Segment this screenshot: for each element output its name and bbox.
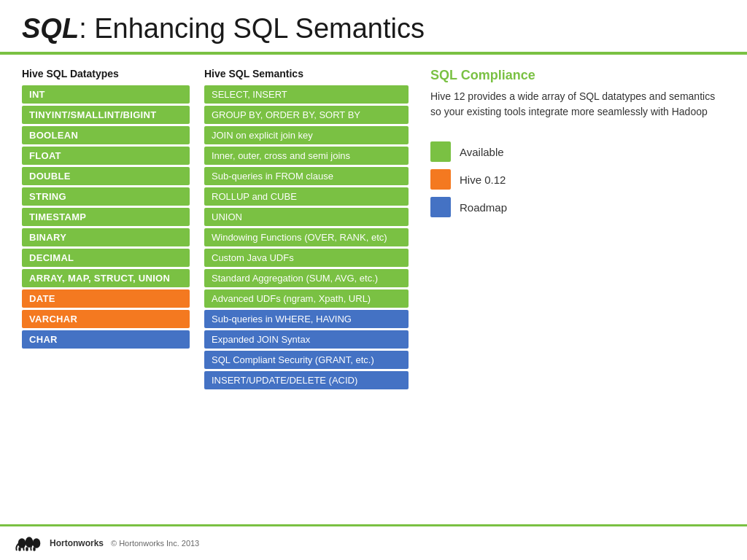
legend-color-box — [430, 141, 451, 162]
legend-item: Hive 0.12 — [430, 169, 725, 190]
datatype-item: DATE — [22, 289, 190, 308]
datatype-item: DOUBLE — [22, 167, 190, 185]
datatypes-title: Hive SQL Datatypes — [22, 68, 190, 79]
legend-color-box — [430, 169, 451, 190]
header: SQL: Enhancing SQL Semantics — [0, 0, 747, 55]
datatype-item: CHAR — [22, 330, 190, 349]
semantic-item: ROLLUP and CUBE — [204, 187, 409, 206]
datatypes-column: Hive SQL Datatypes INTTINYINT/SMALLINT/B… — [22, 68, 190, 517]
datatype-item: VARCHAR — [22, 310, 190, 328]
datatype-item: FLOAT — [22, 147, 190, 165]
semantics-title: Hive SQL Semantics — [204, 68, 409, 79]
legend-label: Roadmap — [460, 201, 507, 214]
datatype-item: TINYINT/SMALLINT/BIGINT — [22, 106, 190, 124]
datatypes-list: INTTINYINT/SMALLINT/BIGINTBOOLEANFLOATDO… — [22, 85, 190, 349]
datatype-item: BOOLEAN — [22, 126, 190, 144]
legend-color-box — [430, 197, 451, 217]
legend-label: Available — [460, 146, 504, 158]
legend-item: Roadmap — [430, 197, 725, 217]
datatype-item: INT — [22, 85, 190, 104]
footer-copyright: © Hortonworks Inc. 2013 — [111, 539, 199, 548]
svg-rect-4 — [26, 547, 28, 551]
datatype-item: ARRAY, MAP, STRUCT, UNION — [22, 269, 190, 287]
semantic-item: Windowing Functions (OVER, RANK, etc) — [204, 228, 409, 246]
compliance-description: Hive 12 provides a wide array of SQL dat… — [430, 89, 725, 120]
page-title: SQL: Enhancing SQL Semantics — [22, 13, 725, 44]
footer: Hortonworks © Hortonworks Inc. 2013 — [0, 524, 747, 560]
main-content: Hive SQL Datatypes INTTINYINT/SMALLINT/B… — [0, 55, 747, 524]
compliance-title: SQL Compliance — [430, 68, 725, 83]
svg-rect-3 — [18, 547, 20, 551]
semantic-item: Custom Java UDFs — [204, 249, 409, 267]
semantics-column: Hive SQL Semantics SELECT, INSERTGROUP B… — [204, 68, 409, 517]
semantic-item: Advanced UDFs (ngram, Xpath, URL) — [204, 289, 409, 308]
semantic-item: JOIN on explicit join key — [204, 126, 409, 144]
semantic-item: Standard Aggregation (SUM, AVG, etc.) — [204, 269, 409, 287]
semantic-item: Expanded JOIN Syntax — [204, 330, 409, 349]
datatype-item: BINARY — [22, 228, 190, 246]
datatype-item: TIMESTAMP — [22, 208, 190, 226]
hortonworks-logo-icon — [15, 532, 44, 554]
legend-item: Available — [430, 141, 725, 162]
semantic-item: SQL Compliant Security (GRANT, etc.) — [204, 351, 409, 369]
semantic-item: UNION — [204, 208, 409, 226]
footer-logo: Hortonworks — [15, 532, 104, 554]
compliance-column: SQL Compliance Hive 12 provides a wide a… — [423, 68, 725, 517]
semantics-list: SELECT, INSERTGROUP BY, ORDER BY, SORT B… — [204, 85, 409, 389]
svg-rect-5 — [33, 547, 35, 551]
datatype-item: STRING — [22, 187, 190, 206]
svg-point-2 — [33, 538, 41, 548]
semantic-item: Sub-queries in WHERE, HAVING — [204, 310, 409, 328]
legend-label: Hive 0.12 — [460, 174, 506, 186]
legend: AvailableHive 0.12Roadmap — [430, 141, 725, 217]
semantic-item: SELECT, INSERT — [204, 85, 409, 104]
semantic-item: Sub-queries in FROM clause — [204, 167, 409, 185]
datatype-item: DECIMAL — [22, 249, 190, 267]
semantic-item: GROUP BY, ORDER BY, SORT BY — [204, 106, 409, 124]
semantic-item: Inner, outer, cross and semi joins — [204, 147, 409, 165]
semantic-item: INSERT/UPDATE/DELETE (ACID) — [204, 371, 409, 389]
footer-company-name: Hortonworks — [50, 538, 104, 548]
